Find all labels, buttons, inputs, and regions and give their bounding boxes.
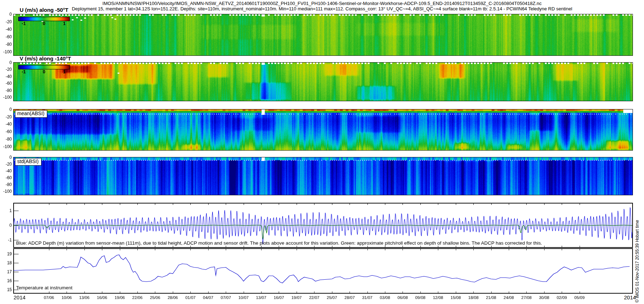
temperature-plot	[13, 248, 633, 294]
y-tick-label: -40	[0, 122, 12, 127]
depth-variation-annotation: Blue: ADCP Depth (m) variation from sens…	[16, 240, 542, 246]
y-tick-label: 0	[0, 107, 12, 112]
colorbar-tick-label: 1	[63, 21, 65, 26]
x-tick-label: 25/07	[327, 295, 337, 300]
y-tick-label: -60	[0, 129, 12, 134]
x-tick-label: 18/08	[468, 295, 479, 300]
colorbar-gradient	[19, 65, 69, 69]
y-tick-label: -60	[0, 175, 12, 180]
y-tick-label: -20	[0, 114, 12, 119]
colorbar-tick-label: -1	[21, 69, 26, 74]
y-tick-label: -20	[0, 162, 12, 167]
y-tick-label: -60	[0, 34, 12, 39]
x-tick-label: 01/07	[185, 295, 196, 300]
x-tick-label: 04/07	[203, 295, 213, 300]
y-tick-label: -80	[0, 88, 12, 93]
x-tick-label: 06/08	[397, 295, 408, 300]
v-velocity-heatmap	[13, 62, 633, 101]
figure-title-line1: IMOS/ANMN/NSW/PH100/Velocity/IMOS_ANMN-N…	[0, 1, 644, 6]
colorbar-gradient	[19, 17, 69, 21]
y-tick-label: -80	[0, 42, 12, 47]
x-axis-year-right: 2014	[624, 294, 636, 300]
std-absi-label: std(ABSI)	[15, 158, 42, 166]
y-tick-label: -1	[0, 237, 12, 242]
y-tick-label: -100	[0, 95, 12, 100]
panel-v-title: V (m/s) along -140°T	[20, 55, 71, 62]
y-tick-label: 0	[0, 60, 12, 65]
y-tick-label: -80	[0, 137, 12, 142]
x-tick-label: 05/09	[574, 295, 585, 300]
u-velocity-heatmap	[13, 14, 633, 56]
figure-title-line2: Deployment 15, member 1 lat=34.12S lon=1…	[0, 6, 644, 11]
x-tick-label: 10/07	[238, 295, 249, 300]
x-tick-label: 09/08	[415, 295, 425, 300]
colorbar-tick-label: 1	[63, 69, 65, 74]
x-tick-label: 16/07	[274, 295, 284, 300]
x-tick-label: 03/08	[380, 295, 390, 300]
x-tick-label: 22/06	[132, 295, 143, 300]
x-tick-label: 28/07	[345, 295, 355, 300]
x-tick-label: 27/08	[521, 295, 532, 300]
x-tick-label: 13/07	[256, 295, 267, 300]
mean-absi-label: mean(ABSI)	[15, 110, 47, 118]
y-tick-label: -80	[0, 182, 12, 187]
y-tick-label: -40	[0, 27, 12, 32]
y-tick-label: 0	[0, 223, 12, 228]
y-tick-label: -20	[0, 67, 12, 72]
y-tick-label: 15	[0, 287, 12, 292]
x-tick-label: 30/08	[539, 295, 549, 300]
v-colorbar: -101	[18, 65, 70, 69]
x-tick-label: 15/08	[450, 295, 461, 300]
x-tick-label: 19/06	[114, 295, 125, 300]
x-tick-label: 07/06	[44, 295, 54, 300]
y-tick-label: -100	[0, 49, 12, 54]
y-tick-label: -60	[0, 81, 12, 86]
colorbar-tick-label: -1	[21, 21, 26, 26]
x-tick-label: 31/07	[362, 295, 372, 300]
x-tick-label: 25/06	[150, 295, 160, 300]
figure: IMOS/ANMN/NSW/PH100/Velocity/IMOS_ANMN-N…	[0, 0, 644, 304]
x-tick-label: 16/06	[97, 295, 107, 300]
colorbar-tick-label: 0	[43, 21, 45, 26]
x-axis-year-left: 2014	[14, 294, 25, 300]
y-tick-label: 16	[0, 278, 12, 283]
colorbar-tick-label: 0	[43, 69, 45, 74]
u-colorbar: -101	[18, 17, 70, 21]
y-tick-label: 0	[0, 155, 12, 160]
x-tick-label: 12/08	[433, 295, 443, 300]
y-tick-label: 0	[0, 12, 12, 17]
temperature-label: Temperature at instrument	[16, 285, 73, 290]
watermark: © IMOS 01-Nov-2017 20:55:39 Hobart time	[635, 220, 640, 303]
x-tick-label: 22/07	[309, 295, 319, 300]
x-tick-label: 07/07	[221, 295, 231, 300]
y-tick-label: -20	[0, 19, 12, 24]
y-tick-label: -100	[0, 189, 12, 194]
x-tick-label: 19/07	[291, 295, 302, 300]
x-tick-label: 02/09	[557, 295, 567, 300]
y-tick-label: 19	[0, 251, 12, 256]
y-tick-label: 18	[0, 260, 12, 265]
y-tick-label: -40	[0, 168, 12, 173]
std-absi-heatmap	[13, 157, 633, 195]
x-tick-label: 24/08	[504, 295, 514, 300]
x-tick-label: 28/06	[167, 295, 178, 300]
x-tick-label: 21/08	[486, 295, 496, 300]
x-tick-label: 10/06	[62, 295, 72, 300]
y-tick-label: 1	[0, 208, 12, 213]
panel-u-title: U (m/s) along -50°T	[20, 7, 68, 13]
y-tick-label: -100	[0, 144, 12, 149]
y-tick-label: 17	[0, 269, 12, 274]
mean-absi-heatmap	[13, 109, 633, 151]
x-tick-label: 13/06	[79, 295, 89, 300]
y-tick-label: -40	[0, 74, 12, 79]
